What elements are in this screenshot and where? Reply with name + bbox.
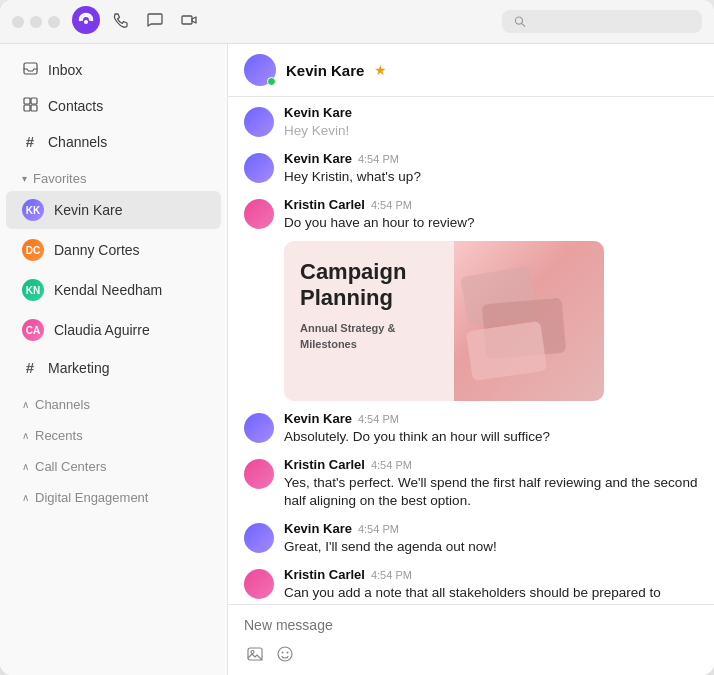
msg-time: 4:54 PM <box>358 523 399 535</box>
msg-name: Kevin Kare <box>284 411 352 426</box>
message-group: Kevin Kare Hey Kevin! <box>244 105 698 141</box>
kendal-needham-label: Kendal Needham <box>54 282 162 298</box>
video-icon[interactable] <box>180 11 198 33</box>
sidebar-item-kendal-needham[interactable]: KN Kendal Needham <box>6 271 221 309</box>
traffic-light-maximize[interactable] <box>48 16 60 28</box>
digital-chevron-icon: ∧ <box>22 492 29 503</box>
sidebar-item-marketing[interactable]: # Marketing <box>6 351 221 384</box>
sidebar-item-kevin-kare[interactable]: KK Kevin Kare <box>6 191 221 229</box>
svg-rect-9 <box>31 105 37 111</box>
callcenters-chevron-icon: ∧ <box>22 461 29 472</box>
msg-content: Kevin Kare 4:54 PM Hey Kristin, what's u… <box>284 151 421 187</box>
callcenters-section-label: Call Centers <box>35 459 107 474</box>
message-group: Kevin Kare 4:54 PM Absolutely. Do you th… <box>244 411 698 447</box>
msg-time: 4:54 PM <box>371 199 412 211</box>
channels-section-header[interactable]: ∧ Channels <box>6 389 221 416</box>
msg-avatar-kevin <box>244 523 274 553</box>
svg-point-13 <box>282 652 284 654</box>
avatar-kevin: KK <box>22 199 44 221</box>
msg-name: Kevin Kare <box>284 521 352 536</box>
channels-top-icon: # <box>22 133 38 150</box>
message-input[interactable] <box>244 615 698 641</box>
channels-section-label: Channels <box>35 397 90 412</box>
contacts-icon <box>22 97 38 115</box>
recents-chevron-icon: ∧ <box>22 430 29 441</box>
message-group: Kristin Carlel 4:54 PM Can you add a not… <box>244 567 698 604</box>
svg-point-14 <box>287 652 289 654</box>
traffic-light-minimize[interactable] <box>30 16 42 28</box>
search-bar[interactable] <box>502 10 702 33</box>
input-area <box>228 604 714 675</box>
phone-icon[interactable] <box>112 11 130 33</box>
chat-header-avatar <box>244 54 276 86</box>
input-actions <box>244 641 698 669</box>
msg-text: Can you add a note that all stakeholders… <box>284 584 698 604</box>
sidebar-item-channels-top[interactable]: # Channels <box>6 125 221 158</box>
message-group: Kristin Carlel 4:54 PM Do you have an ho… <box>244 197 698 401</box>
chat-header-name: Kevin Kare <box>286 62 364 79</box>
sidebar-item-claudia-aguirre[interactable]: CA Claudia Aguirre <box>6 311 221 349</box>
msg-name: Kevin Kare <box>284 151 352 166</box>
msg-content: Kristin Carlel 4:54 PM Can you add a not… <box>284 567 698 604</box>
recents-section-header[interactable]: ∧ Recents <box>6 420 221 447</box>
app-window: Inbox Contacts # Channels <box>0 0 714 675</box>
favorites-section-header[interactable]: ▾ Favorites <box>6 163 221 190</box>
msg-time: 4:54 PM <box>358 153 399 165</box>
marketing-hash-icon: # <box>22 359 38 376</box>
campaign-card: Campaign Planning Annual Strategy & Mile… <box>284 241 604 401</box>
campaign-card-image <box>454 241 604 401</box>
msg-avatar-kristin <box>244 199 274 229</box>
msg-content: Kristin Carlel 4:54 PM Yes, that's perfe… <box>284 457 698 512</box>
image-button[interactable] <box>244 643 266 669</box>
campaign-subtitle-text: Annual Strategy & Milestones <box>300 322 395 349</box>
msg-content: Kevin Kare 4:54 PM Great, I'll send the … <box>284 521 497 557</box>
danny-cortes-label: Danny Cortes <box>54 242 140 258</box>
msg-header: Kevin Kare 4:54 PM <box>284 151 421 166</box>
msg-time: 4:54 PM <box>371 569 412 581</box>
search-input[interactable] <box>532 14 690 29</box>
callcenters-section-header[interactable]: ∧ Call Centers <box>6 451 221 478</box>
main-content: Inbox Contacts # Channels <box>0 44 714 675</box>
app-icon <box>72 6 100 38</box>
msg-content: Kevin Kare 4:54 PM Absolutely. Do you th… <box>284 411 550 447</box>
messages-container[interactable]: Kevin Kare Hey Kevin! Kevin Kare 4:54 PM… <box>228 97 714 604</box>
msg-header: Kristin Carlel 4:54 PM <box>284 457 698 472</box>
svg-point-11 <box>251 651 254 654</box>
favorites-chevron-icon: ▾ <box>22 173 27 184</box>
recents-section-label: Recents <box>35 428 83 443</box>
msg-header: Kevin Kare <box>284 105 352 120</box>
msg-text: Hey Kevin! <box>284 122 352 141</box>
msg-name: Kevin Kare <box>284 105 352 120</box>
chat-icon[interactable] <box>146 11 164 33</box>
avatar-danny: DC <box>22 239 44 261</box>
sidebar: Inbox Contacts # Channels <box>0 44 228 675</box>
sidebar-item-danny-cortes[interactable]: DC Danny Cortes <box>6 231 221 269</box>
msg-time: 4:54 PM <box>358 413 399 425</box>
inbox-icon <box>22 61 38 79</box>
svg-rect-6 <box>24 98 30 104</box>
msg-header: Kevin Kare 4:54 PM <box>284 521 497 536</box>
message-group: Kevin Kare 4:54 PM Hey Kristin, what's u… <box>244 151 698 187</box>
msg-avatar-kevin <box>244 413 274 443</box>
sidebar-item-inbox[interactable]: Inbox <box>6 53 221 87</box>
online-indicator <box>267 77 276 86</box>
message-group: Kristin Carlel 4:54 PM Yes, that's perfe… <box>244 457 698 512</box>
contacts-label: Contacts <box>48 98 103 114</box>
marketing-label: Marketing <box>48 360 109 376</box>
svg-rect-8 <box>24 105 30 111</box>
channels-chevron-icon: ∧ <box>22 399 29 410</box>
msg-time: 4:54 PM <box>371 459 412 471</box>
msg-text: Yes, that's perfect. We'll spend the fir… <box>284 474 698 512</box>
traffic-light-close[interactable] <box>12 16 24 28</box>
digital-section-header[interactable]: ∧ Digital Engagement <box>6 482 221 509</box>
svg-line-4 <box>522 23 525 26</box>
msg-content: Kristin Carlel 4:54 PM Do you have an ho… <box>284 197 604 401</box>
sidebar-item-contacts[interactable]: Contacts <box>6 89 221 123</box>
msg-name: Kristin Carlel <box>284 457 365 472</box>
msg-header: Kristin Carlel 4:54 PM <box>284 197 604 212</box>
chat-header: Kevin Kare ★ <box>228 44 714 97</box>
title-bar-actions <box>112 11 198 33</box>
msg-avatar-kristin <box>244 569 274 599</box>
emoji-button[interactable] <box>274 643 296 669</box>
search-icon <box>514 15 526 28</box>
